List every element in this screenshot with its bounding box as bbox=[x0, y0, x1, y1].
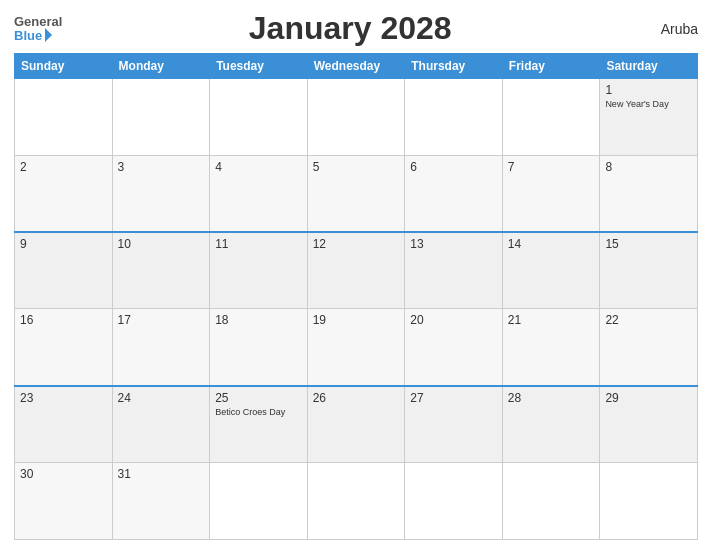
col-thursday: Thursday bbox=[405, 54, 503, 79]
calendar-cell bbox=[405, 79, 503, 156]
day-number: 8 bbox=[605, 160, 692, 174]
day-number: 15 bbox=[605, 237, 692, 251]
day-number: 17 bbox=[118, 313, 205, 327]
calendar-cell bbox=[307, 463, 405, 540]
calendar-cell: 22 bbox=[600, 309, 698, 386]
country-label: Aruba bbox=[638, 21, 698, 37]
day-number: 24 bbox=[118, 391, 205, 405]
calendar-cell: 12 bbox=[307, 232, 405, 309]
calendar-cell bbox=[112, 79, 210, 156]
day-number: 29 bbox=[605, 391, 692, 405]
calendar-cell bbox=[502, 463, 600, 540]
calendar-cell: 26 bbox=[307, 386, 405, 463]
day-number: 26 bbox=[313, 391, 400, 405]
holiday-label: Betico Croes Day bbox=[215, 407, 302, 418]
calendar-week-row: 1New Year's Day bbox=[15, 79, 698, 156]
logo-blue-text: Blue bbox=[14, 28, 52, 42]
calendar-cell: 16 bbox=[15, 309, 113, 386]
col-tuesday: Tuesday bbox=[210, 54, 308, 79]
calendar-cell: 23 bbox=[15, 386, 113, 463]
calendar-cell: 19 bbox=[307, 309, 405, 386]
calendar-header: General Blue January 2028 Aruba bbox=[14, 10, 698, 47]
calendar-cell: 7 bbox=[502, 155, 600, 232]
day-number: 5 bbox=[313, 160, 400, 174]
calendar-page: General Blue January 2028 Aruba Sunday M… bbox=[0, 0, 712, 550]
col-saturday: Saturday bbox=[600, 54, 698, 79]
logo-general-text: General bbox=[14, 15, 62, 28]
calendar-week-row: 16171819202122 bbox=[15, 309, 698, 386]
logo: General Blue bbox=[14, 15, 62, 42]
calendar-cell: 28 bbox=[502, 386, 600, 463]
day-number: 19 bbox=[313, 313, 400, 327]
col-monday: Monday bbox=[112, 54, 210, 79]
calendar-cell: 18 bbox=[210, 309, 308, 386]
calendar-week-row: 2345678 bbox=[15, 155, 698, 232]
calendar-cell: 1New Year's Day bbox=[600, 79, 698, 156]
calendar-cell: 30 bbox=[15, 463, 113, 540]
calendar-cell: 8 bbox=[600, 155, 698, 232]
col-sunday: Sunday bbox=[15, 54, 113, 79]
col-friday: Friday bbox=[502, 54, 600, 79]
calendar-cell bbox=[502, 79, 600, 156]
calendar-cell: 10 bbox=[112, 232, 210, 309]
calendar-cell: 3 bbox=[112, 155, 210, 232]
calendar-cell: 4 bbox=[210, 155, 308, 232]
day-number: 7 bbox=[508, 160, 595, 174]
calendar-cell: 20 bbox=[405, 309, 503, 386]
calendar-cell: 27 bbox=[405, 386, 503, 463]
day-number: 11 bbox=[215, 237, 302, 251]
calendar-cell: 11 bbox=[210, 232, 308, 309]
day-number: 4 bbox=[215, 160, 302, 174]
calendar-cell: 15 bbox=[600, 232, 698, 309]
calendar-table: Sunday Monday Tuesday Wednesday Thursday… bbox=[14, 53, 698, 540]
calendar-week-row: 9101112131415 bbox=[15, 232, 698, 309]
calendar-cell: 17 bbox=[112, 309, 210, 386]
calendar-cell bbox=[15, 79, 113, 156]
calendar-cell bbox=[600, 463, 698, 540]
calendar-cell: 24 bbox=[112, 386, 210, 463]
logo-triangle-icon bbox=[45, 28, 52, 42]
holiday-label: New Year's Day bbox=[605, 99, 692, 110]
calendar-cell bbox=[210, 79, 308, 156]
calendar-cell: 6 bbox=[405, 155, 503, 232]
calendar-cell: 13 bbox=[405, 232, 503, 309]
calendar-cell: 31 bbox=[112, 463, 210, 540]
day-number: 6 bbox=[410, 160, 497, 174]
calendar-cell: 25Betico Croes Day bbox=[210, 386, 308, 463]
day-number: 27 bbox=[410, 391, 497, 405]
day-number: 25 bbox=[215, 391, 302, 405]
day-number: 9 bbox=[20, 237, 107, 251]
calendar-week-row: 3031 bbox=[15, 463, 698, 540]
calendar-title: January 2028 bbox=[62, 10, 638, 47]
calendar-cell: 5 bbox=[307, 155, 405, 232]
calendar-cell bbox=[405, 463, 503, 540]
day-header-row: Sunday Monday Tuesday Wednesday Thursday… bbox=[15, 54, 698, 79]
day-number: 23 bbox=[20, 391, 107, 405]
day-number: 13 bbox=[410, 237, 497, 251]
day-number: 21 bbox=[508, 313, 595, 327]
calendar-cell bbox=[210, 463, 308, 540]
calendar-cell bbox=[307, 79, 405, 156]
day-number: 30 bbox=[20, 467, 107, 481]
day-number: 12 bbox=[313, 237, 400, 251]
day-number: 2 bbox=[20, 160, 107, 174]
day-number: 22 bbox=[605, 313, 692, 327]
day-number: 3 bbox=[118, 160, 205, 174]
calendar-cell: 2 bbox=[15, 155, 113, 232]
day-number: 16 bbox=[20, 313, 107, 327]
calendar-week-row: 232425Betico Croes Day26272829 bbox=[15, 386, 698, 463]
calendar-cell: 21 bbox=[502, 309, 600, 386]
day-number: 28 bbox=[508, 391, 595, 405]
day-number: 1 bbox=[605, 83, 692, 97]
calendar-cell: 29 bbox=[600, 386, 698, 463]
day-number: 14 bbox=[508, 237, 595, 251]
col-wednesday: Wednesday bbox=[307, 54, 405, 79]
day-number: 31 bbox=[118, 467, 205, 481]
calendar-cell: 14 bbox=[502, 232, 600, 309]
day-number: 18 bbox=[215, 313, 302, 327]
calendar-cell: 9 bbox=[15, 232, 113, 309]
day-number: 10 bbox=[118, 237, 205, 251]
day-number: 20 bbox=[410, 313, 497, 327]
